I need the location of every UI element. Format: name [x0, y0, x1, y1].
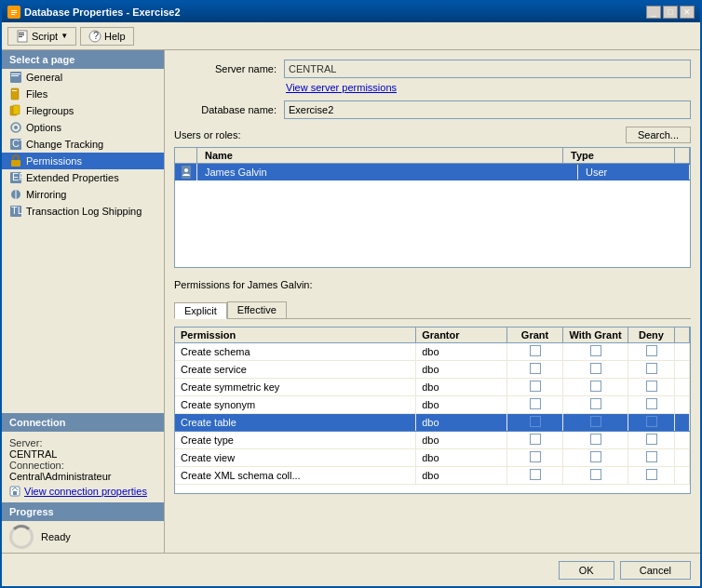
perm-grant-cell[interactable] [507, 449, 563, 467]
perm-deny-cell[interactable] [628, 414, 675, 432]
sidebar-label-change-tracking: Change Tracking [26, 139, 103, 150]
script-button[interactable]: Script ▼ [7, 27, 76, 46]
perm-grant-cell[interactable] [507, 432, 563, 449]
sidebar-item-general[interactable]: General [2, 69, 164, 86]
toolbar: Script ▼ ? Help [2, 22, 700, 50]
table-row[interactable]: Create tabledbo [175, 414, 690, 432]
tab-explicit[interactable]: Explicit [174, 302, 227, 319]
perm-with-grant-cell-checkbox[interactable] [590, 416, 601, 427]
perm-with-grant-cell-checkbox[interactable] [590, 363, 601, 374]
perm-with-grant-cell[interactable] [563, 343, 628, 361]
database-name-row: Database name: [174, 100, 691, 119]
perm-grant-cell-checkbox[interactable] [530, 345, 541, 356]
perm-deny-cell[interactable] [628, 432, 675, 449]
permissions-table-wrapper: Permission Grantor Grant With Grant Deny… [174, 327, 691, 494]
permissions-table: Permission Grantor Grant With Grant Deny… [175, 327, 690, 485]
perm-grant-cell[interactable] [507, 343, 563, 361]
perm-deny-cell[interactable] [628, 379, 675, 396]
mirroring-icon [9, 188, 22, 201]
perm-with-grant-cell[interactable] [563, 379, 628, 396]
perm-with-grant-cell[interactable] [563, 467, 628, 485]
connection-info: Server: CENTRAL Connection: Central\Admi… [2, 432, 164, 502]
database-name-input[interactable] [284, 100, 691, 119]
sidebar-label-transaction-log: Transaction Log Shipping [26, 206, 142, 217]
sidebar-item-options[interactable]: Options [2, 119, 164, 136]
perm-with-grant-cell[interactable] [563, 361, 628, 379]
perm-deny-cell[interactable] [628, 396, 675, 414]
perm-deny-cell[interactable] [628, 449, 675, 467]
table-row[interactable]: Create synonymdbo [175, 396, 690, 414]
perm-deny-cell-checkbox[interactable] [646, 381, 657, 392]
sidebar-item-permissions[interactable]: Permissions [2, 153, 164, 169]
search-button[interactable]: Search... [626, 127, 691, 143]
table-row[interactable]: James Galvin User [175, 164, 690, 180]
view-server-permissions-link[interactable]: View server permissions [286, 82, 397, 93]
sidebar-item-filegroups[interactable]: Filegroups [2, 102, 164, 119]
ok-button[interactable]: OK [559, 561, 614, 580]
main-content: Select a page General Files [2, 50, 700, 553]
table-row[interactable]: Create viewdbo [175, 449, 690, 467]
perm-grant-cell-checkbox[interactable] [530, 363, 541, 374]
perm-grant-cell[interactable] [507, 396, 563, 414]
table-row[interactable]: Create XML schema coll...dbo [175, 467, 690, 485]
perm-with-grant-cell[interactable] [563, 414, 628, 432]
perm-scroll-cell [675, 467, 690, 485]
svg-rect-11 [11, 74, 20, 74]
perm-deny-cell[interactable] [628, 361, 675, 379]
perm-grant-cell-checkbox[interactable] [530, 381, 541, 392]
perm-with-grant-cell-checkbox[interactable] [590, 398, 601, 409]
header-type-col: Type [563, 148, 675, 163]
server-name-row: Server name: [174, 60, 691, 78]
perm-deny-cell-checkbox[interactable] [646, 416, 657, 427]
perm-deny-cell-checkbox[interactable] [646, 451, 657, 462]
sidebar-label-general: General [26, 72, 62, 83]
perm-with-grant-cell[interactable] [563, 432, 628, 449]
cancel-button[interactable]: Cancel [620, 561, 691, 580]
perm-with-grant-cell[interactable] [563, 449, 628, 467]
perm-deny-cell[interactable] [628, 343, 675, 361]
perm-grant-cell-checkbox[interactable] [530, 434, 541, 445]
sidebar-item-files[interactable]: Files [2, 86, 164, 102]
svg-text:EP: EP [12, 171, 22, 182]
perm-grant-cell-checkbox[interactable] [530, 469, 541, 480]
perm-grant-cell[interactable] [507, 467, 563, 485]
sidebar-item-transaction-log[interactable]: TLS Transaction Log Shipping [2, 203, 164, 220]
sidebar-item-change-tracking[interactable]: CT Change Tracking [2, 136, 164, 153]
perm-deny-cell-checkbox[interactable] [646, 434, 657, 445]
perm-grant-cell-checkbox[interactable] [530, 398, 541, 409]
help-button[interactable]: ? Help [80, 27, 134, 46]
perm-with-grant-cell-checkbox[interactable] [590, 451, 601, 462]
table-row[interactable]: Create symmetric keydbo [175, 379, 690, 396]
view-connection-link[interactable]: View connection properties [9, 486, 156, 497]
perm-grant-cell-checkbox[interactable] [530, 451, 541, 462]
minimize-button[interactable]: _ [646, 6, 661, 19]
perm-col-grantor: Grantor [416, 327, 507, 343]
perm-deny-cell[interactable] [628, 467, 675, 485]
sidebar-item-extended-properties[interactable]: EP Extended Properties [2, 169, 164, 186]
svg-rect-7 [19, 36, 22, 37]
tab-effective[interactable]: Effective [227, 301, 287, 318]
perm-col-grant: Grant [507, 327, 563, 343]
sidebar-item-mirroring[interactable]: Mirroring [2, 186, 164, 203]
perm-grant-cell[interactable] [507, 414, 563, 432]
table-row[interactable]: Create servicedbo [175, 361, 690, 379]
perm-grant-cell[interactable] [507, 361, 563, 379]
users-table: Name Type James Galvin User [174, 147, 691, 268]
perm-with-grant-cell-checkbox[interactable] [590, 469, 601, 480]
perm-with-grant-cell-checkbox[interactable] [590, 434, 601, 445]
table-row[interactable]: Create schemadbo [175, 343, 690, 361]
perm-deny-cell-checkbox[interactable] [646, 398, 657, 409]
server-name-input[interactable] [284, 60, 691, 78]
window-title: Database Properties - Exercise2 [24, 7, 181, 18]
perm-with-grant-cell-checkbox[interactable] [590, 381, 601, 392]
close-button[interactable]: ✕ [680, 6, 695, 19]
perm-deny-cell-checkbox[interactable] [646, 345, 657, 356]
perm-deny-cell-checkbox[interactable] [646, 469, 657, 480]
restore-button[interactable]: □ [663, 6, 678, 19]
perm-grant-cell[interactable] [507, 379, 563, 396]
perm-grant-cell-checkbox[interactable] [530, 416, 541, 427]
perm-with-grant-cell[interactable] [563, 396, 628, 414]
perm-deny-cell-checkbox[interactable] [646, 363, 657, 374]
perm-with-grant-cell-checkbox[interactable] [590, 345, 601, 356]
table-row[interactable]: Create typedbo [175, 432, 690, 449]
